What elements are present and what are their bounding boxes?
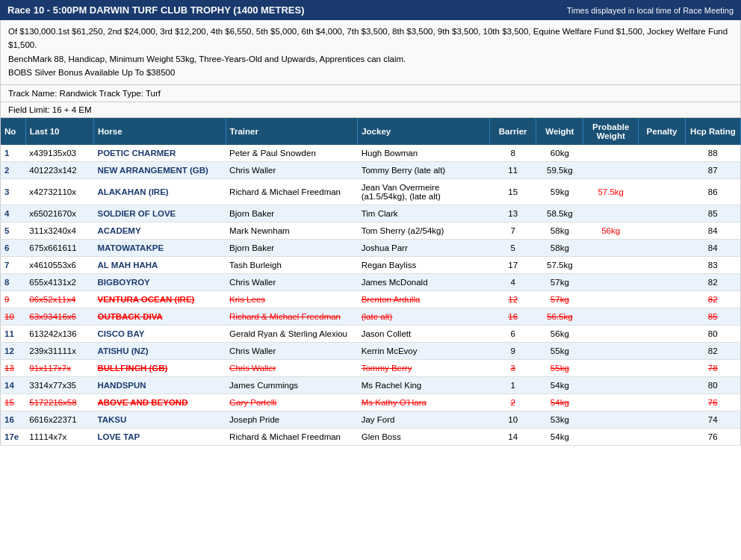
runner-no: 5 bbox=[1, 222, 26, 239]
race-header: Race 10 - 5:00PM DARWIN TURF CLUB TROPHY… bbox=[0, 0, 741, 20]
runner-weight: 55kg bbox=[536, 342, 583, 359]
runner-hcp-rating: 82 bbox=[685, 342, 740, 359]
runner-jockey: Tommy Berry (late alt) bbox=[358, 161, 490, 178]
runner-hcp-rating: 76 bbox=[685, 428, 740, 445]
runner-prob-weight: 56kg bbox=[583, 222, 639, 239]
runner-horse: TAKSU bbox=[93, 411, 226, 428]
runner-horse: CISCO BAY bbox=[93, 325, 226, 342]
horse-name: ALAKAHAN (IRE) bbox=[97, 187, 168, 196]
horse-name: ACADEMY bbox=[97, 226, 140, 235]
runner-penalty bbox=[639, 393, 686, 411]
col-trainer: Trainer bbox=[226, 118, 358, 145]
runner-hcp-rating: 87 bbox=[685, 161, 740, 178]
runner-no: 9 bbox=[1, 290, 26, 308]
runner-penalty bbox=[639, 428, 686, 445]
runner-weight: 56kg bbox=[536, 325, 583, 342]
runner-barrier: 15 bbox=[489, 178, 536, 205]
runner-last10: 655x4131x2 bbox=[25, 273, 93, 290]
runner-horse: AL MAH HAHA bbox=[93, 256, 226, 273]
runner-hcp-rating: 78 bbox=[685, 359, 740, 376]
runner-last10: 613242x136 bbox=[25, 325, 93, 342]
runner-prob-weight bbox=[583, 205, 639, 222]
runner-prob-weight bbox=[583, 161, 639, 178]
runner-no: 1 bbox=[1, 145, 26, 162]
horse-name: POETIC CHARMER bbox=[97, 149, 176, 158]
runner-penalty bbox=[639, 273, 686, 290]
runner-last10: 6616x22371 bbox=[25, 411, 93, 428]
runner-horse: SOLDIER OF LOVE bbox=[93, 205, 226, 222]
runner-penalty bbox=[639, 325, 686, 342]
horse-name: AL MAH HAHA bbox=[97, 261, 158, 270]
runner-trainer: Richard & Michael Freedman bbox=[226, 308, 358, 325]
runner-prob-weight bbox=[583, 411, 639, 428]
runner-no: 12 bbox=[1, 342, 26, 359]
field-limit: Field Limit: 16 + 4 EM bbox=[0, 102, 741, 118]
runner-no: 6 bbox=[1, 239, 26, 256]
track-type-label: Track Type: bbox=[99, 89, 143, 98]
runner-last10: 91x117x7x bbox=[25, 359, 93, 376]
runner-no: 11 bbox=[1, 325, 26, 342]
runner-weight: 58kg bbox=[536, 222, 583, 239]
table-row: 11613242x136CISCO BAYGerald Ryan & Sterl… bbox=[1, 325, 741, 342]
runner-penalty bbox=[639, 178, 686, 205]
race-title: Race 10 - 5:00PM DARWIN TURF CLUB TROPHY… bbox=[7, 4, 305, 16]
runner-jockey: James McDonald bbox=[358, 273, 490, 290]
runner-prob-weight bbox=[583, 290, 639, 308]
runner-penalty bbox=[639, 256, 686, 273]
runner-penalty bbox=[639, 205, 686, 222]
runner-jockey: Ms Kathy O'Hara bbox=[358, 393, 490, 411]
runner-prob-weight bbox=[583, 393, 639, 411]
runner-horse: NEW ARRANGEMENT (GB) bbox=[93, 161, 226, 178]
horse-name: OUTBACK DIVA bbox=[97, 312, 162, 321]
horse-name: HANDSPUN bbox=[97, 381, 146, 390]
runner-weight: 59kg bbox=[536, 178, 583, 205]
track-info: Track Name: Randwick Track Type: Turf bbox=[0, 85, 741, 102]
runner-prob-weight bbox=[583, 308, 639, 325]
runner-horse: ALAKAHAN (IRE) bbox=[93, 178, 226, 205]
runner-penalty bbox=[639, 411, 686, 428]
horse-name: TAKSU bbox=[97, 415, 126, 424]
runner-hcp-rating: 85 bbox=[685, 308, 740, 325]
runner-no: 15 bbox=[1, 393, 26, 411]
runner-trainer: Kris Lees bbox=[226, 290, 358, 308]
runner-penalty bbox=[639, 145, 686, 162]
table-row: 7x4610553x6AL MAH HAHATash BurleighRegan… bbox=[1, 256, 741, 273]
horse-name: VENTURA OCEAN (IRE) bbox=[97, 295, 194, 304]
runner-penalty bbox=[639, 161, 686, 178]
runner-jockey: Jason Collett bbox=[358, 325, 490, 342]
runner-no: 14 bbox=[1, 376, 26, 393]
runner-prob-weight: 57.5kg bbox=[583, 178, 639, 205]
runner-prob-weight bbox=[583, 359, 639, 376]
runner-no: 8 bbox=[1, 273, 26, 290]
col-horse: Horse bbox=[93, 118, 226, 145]
table-row: 17e11114x7xLOVE TAPRichard & Michael Fre… bbox=[1, 428, 741, 445]
runner-jockey: Regan Bayliss bbox=[358, 256, 490, 273]
runner-no: 13 bbox=[1, 359, 26, 376]
runner-last10: x4610553x6 bbox=[25, 256, 93, 273]
runner-barrier: 12 bbox=[489, 290, 536, 308]
runner-penalty bbox=[639, 359, 686, 376]
runner-hcp-rating: 82 bbox=[685, 290, 740, 308]
runner-weight: 57kg bbox=[536, 273, 583, 290]
runner-hcp-rating: 80 bbox=[685, 376, 740, 393]
runner-trainer: Gary Portelli bbox=[226, 393, 358, 411]
runner-trainer: Bjorn Baker bbox=[226, 239, 358, 256]
runner-hcp-rating: 76 bbox=[685, 393, 740, 411]
runner-jockey: (late alt) bbox=[358, 308, 490, 325]
runner-barrier: 9 bbox=[489, 342, 536, 359]
runner-horse: VENTURA OCEAN (IRE) bbox=[93, 290, 226, 308]
runner-last10: x42732110x bbox=[25, 178, 93, 205]
runner-horse: ACADEMY bbox=[93, 222, 226, 239]
race-time-note: Times displayed in local time of Race Me… bbox=[567, 6, 734, 15]
table-row: 6675x661611MATOWATAKPEBjorn BakerJoshua … bbox=[1, 239, 741, 256]
table-row: 1063x93416x6OUTBACK DIVARichard & Michae… bbox=[1, 308, 741, 325]
conditions: BenchMark 88, Handicap, Minimum Weight 5… bbox=[8, 52, 733, 66]
col-no: No bbox=[1, 118, 26, 145]
horse-name: LOVE TAP bbox=[97, 432, 140, 441]
runner-trainer: Chris Waller bbox=[226, 359, 358, 376]
prize-money: Of $130,000.1st $61,250, 2nd $24,000, 3r… bbox=[8, 25, 733, 52]
horse-name: NEW ARRANGEMENT (GB) bbox=[97, 166, 208, 175]
table-row: 3x42732110xALAKAHAN (IRE)Richard & Micha… bbox=[1, 178, 741, 205]
runner-jockey: Kerrin McEvoy bbox=[358, 342, 490, 359]
runner-trainer: Tash Burleigh bbox=[226, 256, 358, 273]
